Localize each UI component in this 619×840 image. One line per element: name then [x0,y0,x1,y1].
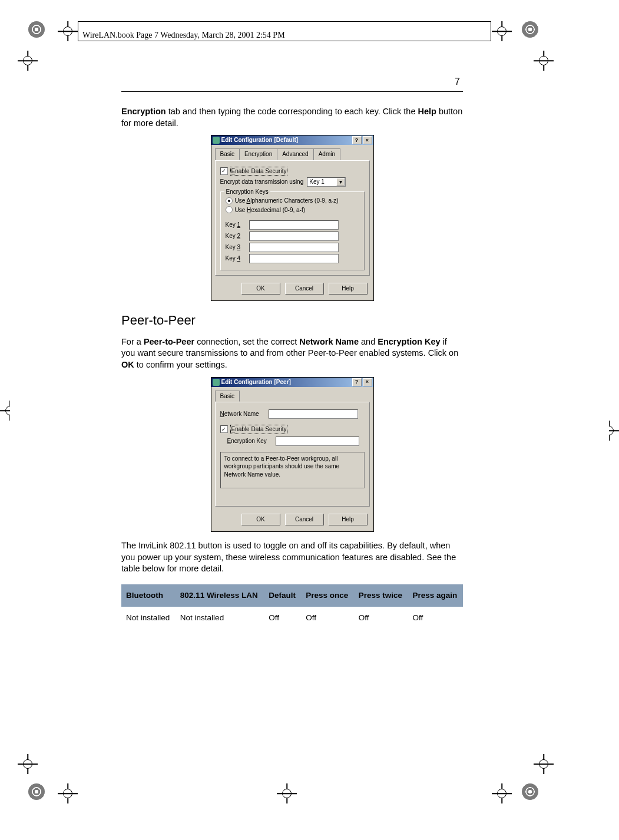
th-press-once: Press once [301,584,354,607]
enable-data-security-checkbox[interactable]: ✓ [220,425,228,433]
key1-label: Key 1 [226,221,246,229]
print-crosshair-l2 [18,754,38,774]
fieldset-legend: Encryption Keys [224,188,270,196]
app-icon [213,379,220,386]
help-icon[interactable]: ? [352,136,362,144]
th-press-twice: Press twice [354,584,408,607]
print-crosshair-bl1 [58,783,78,803]
ok-button[interactable]: OK [241,283,280,295]
radio-hex[interactable] [226,206,233,213]
dialog-title: Edit Configuration [Peer] [221,378,291,386]
encryption-bold: Encryption [121,107,166,116]
radio-alphanumeric[interactable] [226,197,233,204]
print-gear-bl [28,783,45,800]
encrypt-using-label: Encrypt data transmission using [220,178,304,186]
help-bold: Help [418,107,436,116]
print-crosshair-rm [609,421,619,441]
th-bluetooth: Bluetooth [121,584,176,607]
tab-panel: ✓ Enable Data Security Encrypt data tran… [215,160,370,276]
key3-label: Key 3 [226,243,246,252]
th-press-again: Press again [408,584,463,607]
tab-strip: Basic [215,391,370,402]
print-crosshair-br1 [492,783,512,803]
key4-label: Key 4 [226,254,246,263]
network-name-label: Network Name [220,410,265,418]
network-name-input[interactable] [269,409,358,419]
th-wireless-lan: 802.11 Wireless LAN [176,584,264,607]
print-crosshair-lm [0,401,10,421]
tab-strip: Basic Encryption Advanced Admin [215,148,370,160]
ok-button[interactable]: OK [241,514,280,525]
section-heading: Peer-to-Peer [121,312,463,329]
encrypt-key-select[interactable]: Key 1 ▾ [307,177,346,187]
encryption-key-input[interactable] [276,436,359,446]
print-gear-br [522,783,538,800]
cancel-button[interactable]: Cancel [285,283,324,295]
tab-basic[interactable]: Basic [215,148,240,160]
invilink-paragraph: The InviLink 802.11 button is used to to… [121,540,463,575]
key2-input[interactable] [249,232,339,241]
print-gear-tr [522,21,538,38]
encryption-keys-fieldset: Encryption Keys Use Alphanumeric Charact… [220,191,365,270]
tab-panel: Network Name ✓ Enable Data Security Encr… [215,402,370,507]
print-crosshair-tr1 [492,21,512,41]
info-box: To connect to a Peer-to-Peer workgroup, … [220,452,365,488]
edit-config-peer-dialog: Edit Configuration [Peer] ? × Basic Netw… [211,377,374,533]
tab-admin[interactable]: Admin [313,148,340,160]
print-crosshair-l1 [18,51,38,71]
cancel-button[interactable]: Cancel [285,514,324,525]
radio-alpha-label: Use Alphanumeric Characters (0-9, a-z) [235,197,339,205]
tab-encryption[interactable]: Encryption [239,148,277,160]
key2-label: Key 2 [226,232,246,240]
titlebar: Edit Configuration [Peer] ? × [211,378,373,387]
titlebar: Edit Configuration [Default] ? × [211,135,373,145]
th-default: Default [264,584,301,607]
page-rule [121,91,463,92]
encryption-key-label: Encryption Key [227,437,272,445]
radio-hex-label: Use Hexadecimal (0-9, a-f) [235,206,306,214]
close-icon[interactable]: × [363,136,372,144]
key1-input[interactable] [249,220,339,230]
tab-advanced[interactable]: Advanced [277,148,313,160]
enable-data-security-checkbox[interactable]: ✓ [220,167,228,175]
print-crosshair-r1 [534,51,554,71]
close-icon[interactable]: × [363,378,372,386]
tab-basic[interactable]: Basic [215,391,240,402]
print-crosshair-tl1 [58,21,78,41]
dialog-title: Edit Configuration [Default] [221,136,299,144]
edit-config-default-dialog: Edit Configuration [Default] ? × Basic E… [211,135,374,301]
peer-paragraph: For a Peer-to-Peer connection, set the c… [121,336,463,371]
page-header: WireLAN.book Page 7 Wednesday, March 28,… [82,31,285,40]
print-crosshair-r2 [534,754,554,774]
feature-table: Bluetooth 802.11 Wireless LAN Default Pr… [121,584,463,629]
enable-data-security-label: Enable Data Security [230,167,288,176]
help-icon[interactable]: ? [352,378,362,386]
page-number: 7 [455,77,460,87]
print-gear-tl [28,21,45,38]
help-button[interactable]: Help [329,514,368,525]
key3-input[interactable] [249,243,339,252]
chevron-down-icon: ▾ [336,178,345,186]
help-button[interactable]: Help [329,283,368,295]
table-row: Not installed Not installed Off Off Off … [121,607,463,629]
key4-input[interactable] [249,254,339,263]
intro-paragraph: Encryption tab and then typing the code … [121,106,463,129]
app-icon [213,137,220,144]
print-crosshair-bm [277,783,297,803]
enable-data-security-label: Enable Data Security [230,425,288,434]
